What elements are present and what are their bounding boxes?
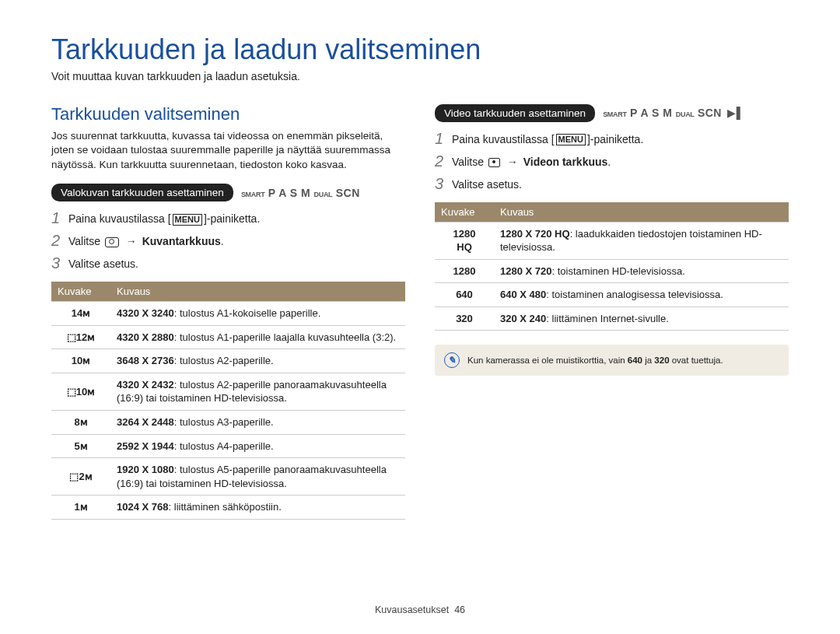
resolution-icon: 1280 bbox=[435, 259, 494, 283]
video-res-heading: Video tarkkuuden asettaminen SMART P A S… bbox=[435, 104, 789, 122]
resolution-desc: 1280 X 720: toistaminen HD-televisiossa. bbox=[494, 259, 789, 283]
resolution-icon: 8ᴍ bbox=[51, 411, 110, 435]
resolution-icon: 640 bbox=[435, 283, 494, 307]
resolution-icon: 10ᴍ bbox=[51, 349, 110, 373]
step-2: 2 Valitse → Kuvantarkkuus. bbox=[51, 232, 405, 250]
table-row: ⬚2ᴍ1920 X 1080: tulostus A5-paperille pa… bbox=[51, 458, 405, 496]
resolution-desc: 2592 X 1944: tulostus A4-paperille. bbox=[110, 434, 405, 458]
resolution-desc: 1024 X 768: liittäminen sähköpostiin. bbox=[110, 496, 405, 520]
pill-label: Valokuvan tarkkuuden asettaminen bbox=[51, 184, 233, 201]
resolution-icon: 5ᴍ bbox=[51, 434, 110, 458]
video-mode-icon: ▶▌ bbox=[725, 107, 744, 119]
step-3: 3 Valitse asetus. bbox=[435, 175, 789, 193]
resolution-icon: 320 bbox=[435, 306, 494, 331]
photo-resolution-table: Kuvake Kuvaus 14ᴍ4320 X 3240: tulostus A… bbox=[51, 282, 405, 519]
table-row: 12801280 X 720: toistaminen HD-televisio… bbox=[435, 259, 789, 283]
resolution-desc: 4320 X 2432: tulostus A2-paperille panor… bbox=[110, 373, 405, 410]
resolution-desc: 3648 X 2736: tulostus A2-paperille. bbox=[110, 349, 405, 373]
camera-icon bbox=[105, 237, 119, 247]
video-resolution-table: Kuvake Kuvaus 1280 HQ1280 X 720 HQ: laad… bbox=[435, 202, 789, 331]
table-row: 10ᴍ3648 X 2736: tulostus A2-paperille. bbox=[51, 349, 405, 373]
table-row: 1280 HQ1280 X 720 HQ: laadukkaiden tiedo… bbox=[435, 222, 789, 259]
step-1: 1 Paina kuvaustilassa [MENU]-painiketta. bbox=[51, 209, 405, 227]
pill-label: Video tarkkuuden asettaminen bbox=[435, 104, 595, 122]
table-row: 14ᴍ4320 X 3240: tulostus A1-kokoiselle p… bbox=[51, 302, 405, 326]
menu-icon: MENU bbox=[556, 134, 586, 145]
right-column: Video tarkkuuden asettaminen SMART P A S… bbox=[435, 104, 789, 520]
table-row: 8ᴍ3264 X 2448: tulostus A3-paperille. bbox=[51, 411, 405, 435]
page-subtitle: Voit muuttaa kuvan tarkkuuden ja laadun … bbox=[51, 70, 789, 82]
table-row: 640640 X 480: toistaminen analogisessa t… bbox=[435, 283, 789, 307]
resolution-desc: 1920 X 1080: tulostus A5-paperille panor… bbox=[110, 458, 405, 496]
resolution-icon: 1ᴍ bbox=[51, 496, 110, 520]
note-text: Kun kamerassa ei ole muistikorttia, vain… bbox=[467, 356, 723, 365]
page-title: Tarkkuuden ja laadun valitseminen bbox=[51, 34, 789, 65]
resolution-icon: 14ᴍ bbox=[51, 302, 110, 326]
step-1: 1 Paina kuvaustilassa [MENU]-painiketta. bbox=[435, 130, 789, 148]
resolution-desc: 4320 X 2880: tulostus A1-paperille laaja… bbox=[110, 325, 405, 349]
resolution-desc: 3264 X 2448: tulostus A3-paperille. bbox=[110, 411, 405, 435]
table-row: 5ᴍ2592 X 1944: tulostus A4-paperille. bbox=[51, 434, 405, 458]
video-icon bbox=[488, 158, 500, 167]
resolution-icon: ⬚12ᴍ bbox=[51, 325, 110, 349]
resolution-desc: 640 X 480: toistaminen analogisessa tele… bbox=[494, 283, 789, 307]
table-row: ⬚12ᴍ4320 X 2880: tulostus A1-paperille l… bbox=[51, 325, 405, 349]
left-column: Tarkkuuden valitseminen Jos suurennat ta… bbox=[51, 104, 405, 520]
mode-icons: SMART P A S M DUAL SCN ▶▌ bbox=[603, 107, 744, 119]
table-row: 320320 X 240: liittäminen Internet-sivul… bbox=[435, 306, 789, 331]
page-footer: Kuvausasetukset 46 bbox=[0, 604, 840, 615]
resolution-desc: 1280 X 720 HQ: laadukkaiden tiedostojen … bbox=[494, 222, 789, 259]
resolution-desc: 320 X 240: liittäminen Internet-sivulle. bbox=[494, 306, 789, 331]
table-row: 1ᴍ1024 X 768: liittäminen sähköpostiin. bbox=[51, 496, 405, 520]
resolution-icon: ⬚10ᴍ bbox=[51, 373, 110, 410]
step-3: 3 Valitse asetus. bbox=[51, 254, 405, 272]
menu-icon: MENU bbox=[173, 214, 202, 226]
section-title: Tarkkuuden valitseminen bbox=[51, 104, 405, 124]
step-2: 2 Valitse → Videon tarkkuus. bbox=[435, 152, 789, 170]
resolution-icon: 1280 HQ bbox=[435, 222, 494, 259]
mode-icons: SMART P A S M DUAL SCN bbox=[241, 187, 360, 199]
resolution-desc: 4320 X 3240: tulostus A1-kokoiselle pape… bbox=[110, 302, 405, 326]
table-row: ⬚10ᴍ4320 X 2432: tulostus A2-paperille p… bbox=[51, 373, 405, 410]
section-text: Jos suurennat tarkkuutta, kuvassa tai vi… bbox=[51, 129, 405, 173]
photo-res-heading: Valokuvan tarkkuuden asettaminen SMART P… bbox=[51, 184, 405, 201]
info-icon: ✎ bbox=[444, 352, 460, 368]
note-box: ✎ Kun kamerassa ei ole muistikorttia, va… bbox=[435, 345, 789, 376]
resolution-icon: ⬚2ᴍ bbox=[51, 458, 110, 496]
